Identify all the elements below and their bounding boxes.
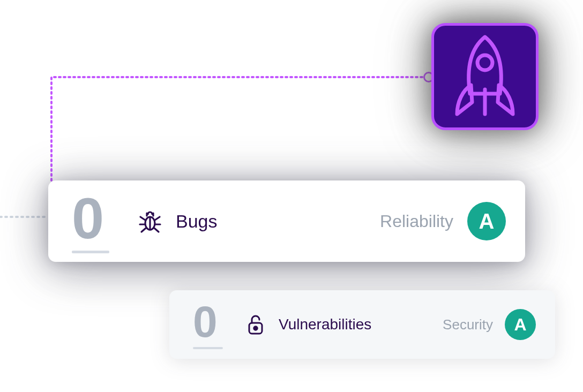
bug-icon (137, 208, 163, 234)
svg-point-4 (254, 327, 257, 330)
bugs-category-label: Reliability (380, 212, 453, 231)
metric-card-bugs[interactable]: 0 Bugs Reliability A (48, 180, 525, 262)
bugs-count-value: 0 (72, 190, 109, 247)
rocket-badge-container (418, 10, 552, 144)
vuln-label: Vulnerabilities (279, 316, 371, 333)
count-underline (72, 251, 109, 253)
metric-count: 0 (72, 190, 109, 253)
rocket-icon (447, 34, 522, 119)
bugs-grade-badge: A (467, 202, 506, 240)
metric-card-vulnerabilities[interactable]: 0 Vulnerabilities Security A (169, 290, 555, 359)
svg-point-0 (477, 55, 492, 70)
vuln-grade-badge: A (505, 309, 536, 340)
unlock-icon (245, 314, 266, 335)
metric-count: 0 (193, 300, 223, 349)
vuln-count-value: 0 (193, 300, 223, 344)
rocket-badge[interactable] (431, 23, 539, 130)
bugs-label: Bugs (176, 211, 218, 232)
vuln-category-label: Security (443, 316, 493, 333)
count-underline (193, 347, 223, 349)
